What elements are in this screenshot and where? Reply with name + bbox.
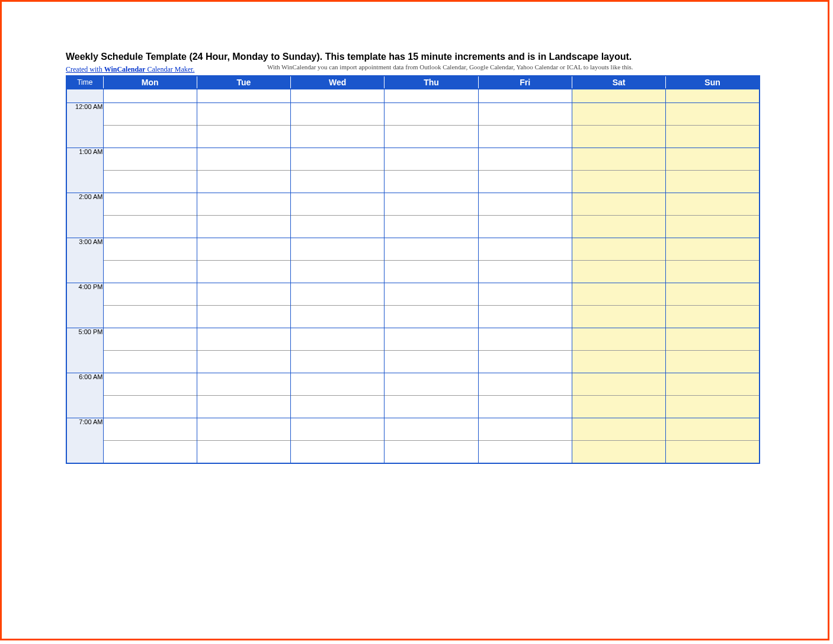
- schedule-cell[interactable]: [291, 193, 385, 216]
- schedule-cell[interactable]: [291, 89, 385, 103]
- schedule-cell-weekend[interactable]: [572, 171, 665, 193]
- schedule-cell[interactable]: [197, 261, 290, 283]
- schedule-cell-weekend[interactable]: [666, 126, 760, 148]
- schedule-cell[interactable]: [478, 373, 572, 396]
- schedule-cell[interactable]: [291, 261, 385, 283]
- schedule-cell[interactable]: [385, 238, 478, 261]
- schedule-cell[interactable]: [103, 261, 197, 283]
- schedule-cell[interactable]: [197, 373, 290, 396]
- schedule-cell[interactable]: [385, 373, 478, 396]
- schedule-cell-weekend[interactable]: [666, 351, 760, 373]
- schedule-cell[interactable]: [103, 238, 197, 261]
- schedule-cell[interactable]: [385, 441, 478, 464]
- schedule-cell[interactable]: [197, 216, 290, 238]
- schedule-cell[interactable]: [478, 89, 572, 103]
- schedule-cell[interactable]: [197, 89, 290, 103]
- schedule-cell[interactable]: [197, 306, 290, 328]
- schedule-cell-weekend[interactable]: [572, 351, 665, 373]
- schedule-cell[interactable]: [103, 216, 197, 238]
- schedule-cell[interactable]: [103, 418, 197, 441]
- schedule-cell[interactable]: [103, 373, 197, 396]
- schedule-cell-weekend[interactable]: [572, 328, 665, 351]
- schedule-cell-weekend[interactable]: [666, 261, 760, 283]
- schedule-cell-weekend[interactable]: [666, 283, 760, 306]
- schedule-cell[interactable]: [385, 328, 478, 351]
- schedule-cell-weekend[interactable]: [666, 306, 760, 328]
- schedule-cell[interactable]: [478, 103, 572, 126]
- schedule-cell[interactable]: [197, 396, 290, 418]
- schedule-cell[interactable]: [103, 193, 197, 216]
- schedule-cell[interactable]: [478, 148, 572, 171]
- schedule-cell[interactable]: [291, 373, 385, 396]
- schedule-cell-weekend[interactable]: [572, 396, 665, 418]
- schedule-cell[interactable]: [478, 441, 572, 464]
- schedule-cell[interactable]: [385, 216, 478, 238]
- schedule-cell-weekend[interactable]: [572, 238, 665, 261]
- schedule-cell-weekend[interactable]: [666, 238, 760, 261]
- schedule-cell-weekend[interactable]: [666, 216, 760, 238]
- schedule-cell[interactable]: [478, 238, 572, 261]
- schedule-cell[interactable]: [197, 171, 290, 193]
- schedule-cell[interactable]: [197, 126, 290, 148]
- schedule-cell[interactable]: [385, 418, 478, 441]
- schedule-cell[interactable]: [197, 418, 290, 441]
- schedule-cell[interactable]: [103, 283, 197, 306]
- schedule-cell[interactable]: [478, 283, 572, 306]
- schedule-cell-weekend[interactable]: [666, 103, 760, 126]
- schedule-cell-weekend[interactable]: [572, 103, 665, 126]
- schedule-cell[interactable]: [103, 89, 197, 103]
- schedule-cell[interactable]: [103, 328, 197, 351]
- schedule-cell-weekend[interactable]: [666, 373, 760, 396]
- schedule-cell[interactable]: [103, 148, 197, 171]
- schedule-cell-weekend[interactable]: [572, 126, 665, 148]
- schedule-cell[interactable]: [385, 171, 478, 193]
- schedule-cell[interactable]: [291, 283, 385, 306]
- schedule-cell[interactable]: [291, 238, 385, 261]
- schedule-cell[interactable]: [291, 171, 385, 193]
- schedule-cell[interactable]: [291, 351, 385, 373]
- schedule-cell[interactable]: [197, 328, 290, 351]
- schedule-cell[interactable]: [385, 193, 478, 216]
- schedule-cell[interactable]: [385, 283, 478, 306]
- schedule-cell[interactable]: [103, 441, 197, 464]
- schedule-cell[interactable]: [478, 193, 572, 216]
- schedule-cell-weekend[interactable]: [572, 193, 665, 216]
- schedule-cell[interactable]: [478, 171, 572, 193]
- schedule-cell[interactable]: [478, 351, 572, 373]
- schedule-cell-weekend[interactable]: [666, 171, 760, 193]
- schedule-cell[interactable]: [478, 328, 572, 351]
- schedule-cell[interactable]: [197, 351, 290, 373]
- schedule-cell[interactable]: [478, 126, 572, 148]
- schedule-cell[interactable]: [385, 126, 478, 148]
- schedule-cell[interactable]: [103, 351, 197, 373]
- schedule-cell-weekend[interactable]: [666, 193, 760, 216]
- schedule-cell-weekend[interactable]: [572, 89, 665, 103]
- schedule-cell[interactable]: [385, 396, 478, 418]
- schedule-cell[interactable]: [478, 261, 572, 283]
- schedule-cell[interactable]: [291, 396, 385, 418]
- schedule-cell-weekend[interactable]: [666, 396, 760, 418]
- schedule-cell[interactable]: [385, 306, 478, 328]
- schedule-cell[interactable]: [291, 328, 385, 351]
- schedule-cell-weekend[interactable]: [666, 328, 760, 351]
- schedule-cell-weekend[interactable]: [572, 306, 665, 328]
- schedule-cell[interactable]: [385, 89, 478, 103]
- schedule-cell[interactable]: [478, 396, 572, 418]
- schedule-cell[interactable]: [103, 103, 197, 126]
- schedule-cell-weekend[interactable]: [572, 283, 665, 306]
- schedule-cell[interactable]: [197, 283, 290, 306]
- schedule-cell-weekend[interactable]: [666, 418, 760, 441]
- schedule-cell[interactable]: [291, 441, 385, 464]
- schedule-cell-weekend[interactable]: [572, 418, 665, 441]
- schedule-cell[interactable]: [385, 103, 478, 126]
- schedule-cell[interactable]: [103, 126, 197, 148]
- credit-link[interactable]: Created with WinCalendar Calendar Maker.: [66, 65, 194, 73]
- schedule-cell[interactable]: [197, 193, 290, 216]
- schedule-cell-weekend[interactable]: [666, 148, 760, 171]
- schedule-cell[interactable]: [291, 216, 385, 238]
- schedule-cell[interactable]: [385, 351, 478, 373]
- schedule-cell[interactable]: [103, 396, 197, 418]
- schedule-cell[interactable]: [291, 148, 385, 171]
- schedule-cell[interactable]: [478, 306, 572, 328]
- schedule-cell[interactable]: [197, 103, 290, 126]
